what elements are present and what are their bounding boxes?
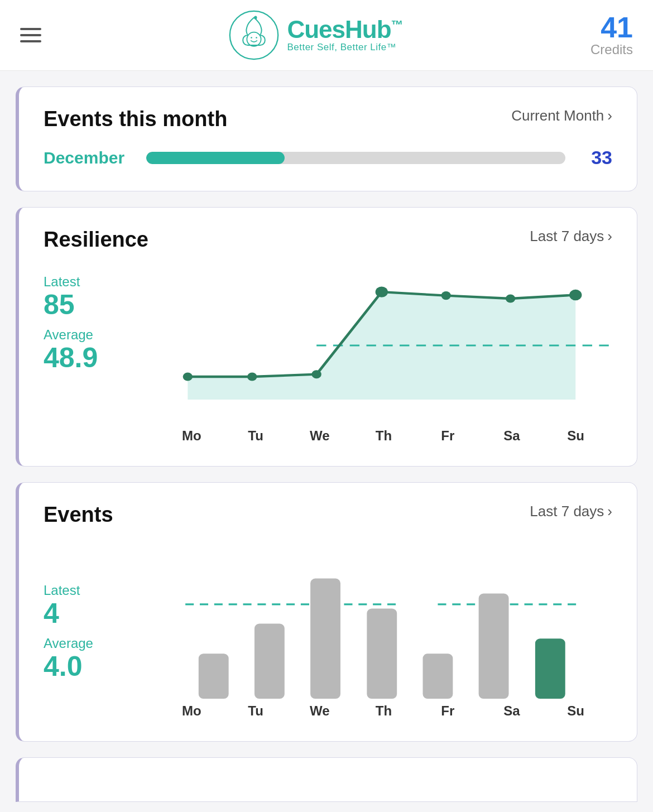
- svg-rect-19: [423, 654, 453, 699]
- events-month-title: Events this month: [44, 107, 227, 131]
- resilience-header: Resilience Last 7 days ›: [44, 228, 612, 252]
- chevron-right-icon: ›: [607, 107, 612, 124]
- day-sa: Sa: [480, 703, 544, 719]
- svg-point-12: [569, 290, 582, 300]
- progress-bar: [146, 152, 565, 164]
- events-days: Mo Tu We Th Fr Sa Su: [155, 703, 612, 719]
- events-chart-area: Mo Tu We Th Fr Sa Su: [155, 542, 612, 719]
- logo-tagline: Better Self, Better Life™: [287, 42, 402, 53]
- svg-point-1: [247, 32, 261, 46]
- svg-point-10: [441, 291, 450, 300]
- resilience-days: Mo Tu We Th Fr Sa Su: [155, 428, 612, 444]
- svg-rect-18: [367, 608, 397, 699]
- day-tu: Tu: [224, 428, 288, 444]
- progress-bar-fill: [146, 152, 285, 164]
- svg-rect-17: [310, 579, 340, 699]
- events-content: Latest 4 Average 4.0: [44, 542, 612, 719]
- svg-rect-16: [255, 623, 285, 699]
- resilience-average-label: Average: [44, 327, 133, 343]
- menu-button[interactable]: [20, 28, 41, 42]
- events-latest-label: Latest: [44, 583, 133, 598]
- events-nav[interactable]: Last 7 days ›: [530, 503, 612, 520]
- day-fr: Fr: [416, 428, 480, 444]
- day-mo: Mo: [160, 428, 224, 444]
- credits-area: 41 Credits: [590, 13, 633, 57]
- month-count: 33: [579, 147, 612, 169]
- svg-point-11: [506, 294, 515, 302]
- day-su: Su: [544, 703, 608, 719]
- events-stats: Latest 4 Average 4.0: [44, 542, 133, 682]
- svg-rect-15: [199, 654, 229, 699]
- svg-point-2: [251, 37, 253, 39]
- events-month-nav[interactable]: Current Month ›: [511, 107, 612, 124]
- chevron-right-icon: ›: [607, 503, 612, 520]
- resilience-latest-label: Latest: [44, 274, 133, 290]
- partial-card: [16, 757, 637, 802]
- svg-point-7: [247, 372, 257, 381]
- events-month-card: Events this month Current Month › Decemb…: [16, 87, 637, 191]
- events-latest-value: 4: [44, 598, 133, 629]
- events-card: Events Last 7 days › Latest 4 Average 4.…: [16, 482, 637, 742]
- logo-text: CuesHub™ Better Self, Better Life™: [287, 17, 402, 53]
- month-row: December 33: [44, 147, 612, 169]
- day-sa: Sa: [480, 428, 544, 444]
- resilience-stats: Latest 85 Average 48.9: [44, 267, 133, 373]
- events-bar-chart: [155, 542, 612, 699]
- svg-rect-20: [479, 594, 509, 699]
- svg-rect-21: [535, 638, 565, 699]
- credits-number: 41: [590, 13, 633, 42]
- day-th: Th: [352, 703, 416, 719]
- resilience-card: Resilience Last 7 days › Latest 85 Avera…: [16, 207, 637, 467]
- resilience-nav[interactable]: Last 7 days ›: [530, 228, 612, 245]
- day-su: Su: [544, 428, 608, 444]
- resilience-average-value: 48.9: [44, 343, 133, 373]
- day-mo: Mo: [160, 703, 224, 719]
- resilience-line-chart: [155, 267, 612, 424]
- credits-label: Credits: [590, 42, 633, 57]
- svg-point-9: [376, 286, 388, 297]
- logo-area: CuesHub™ Better Self, Better Life™: [229, 10, 402, 60]
- day-tu: Tu: [224, 703, 288, 719]
- svg-point-3: [256, 37, 258, 39]
- day-we: We: [287, 428, 352, 444]
- events-average-value: 4.0: [44, 651, 133, 682]
- day-fr: Fr: [416, 703, 480, 719]
- header: CuesHub™ Better Self, Better Life™ 41 Cr…: [0, 0, 653, 71]
- events-header: Events Last 7 days ›: [44, 503, 612, 527]
- day-th: Th: [352, 428, 416, 444]
- month-label: December: [44, 148, 133, 167]
- svg-point-8: [311, 370, 321, 378]
- events-month-header: Events this month Current Month ›: [44, 107, 612, 131]
- day-we: We: [287, 703, 352, 719]
- events-average-label: Average: [44, 636, 133, 651]
- chevron-right-icon: ›: [607, 228, 612, 245]
- cards-container: Events this month Current Month › Decemb…: [0, 71, 653, 812]
- resilience-content: Latest 85 Average 48.9: [44, 267, 612, 444]
- logo-name: CuesHub™: [287, 17, 402, 42]
- logo-icon: [229, 10, 279, 60]
- events-title: Events: [44, 503, 113, 527]
- resilience-chart-area: Mo Tu We Th Fr Sa Su: [155, 267, 612, 444]
- svg-point-6: [183, 372, 193, 381]
- resilience-title: Resilience: [44, 228, 148, 252]
- resilience-latest-value: 85: [44, 290, 133, 320]
